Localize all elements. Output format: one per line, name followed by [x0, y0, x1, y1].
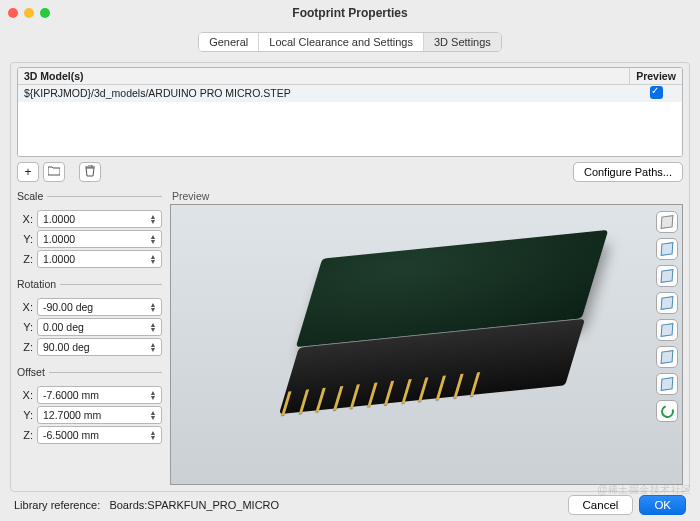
model-table: 3D Model(s) Preview ${KIPRJMOD}/3d_model…: [17, 67, 683, 157]
add-model-button[interactable]: +: [17, 162, 39, 182]
rotation-group: Rotation X: -90.00 deg ▲▼ Y: 0.00 deg ▲▼: [17, 278, 162, 360]
cube-icon: [661, 215, 674, 229]
offset-z-input[interactable]: -6.5000 mm ▲▼: [37, 426, 162, 444]
library-reference-label: Library reference:: [14, 499, 100, 511]
window-title: Footprint Properties: [0, 6, 700, 20]
model-path-cell[interactable]: ${KIPRJMOD}/3d_models/ARDUINO PRO MICRO.…: [18, 85, 630, 102]
stepper-icon[interactable]: ▲▼: [148, 430, 158, 440]
rotation-legend: Rotation: [17, 278, 60, 290]
content-frame: 3D Model(s) Preview ${KIPRJMOD}/3d_model…: [10, 62, 690, 492]
view-buttons: [656, 211, 678, 422]
watermark: @稀土掘金技术社区: [597, 483, 692, 497]
delete-model-button[interactable]: [79, 162, 101, 182]
tab-general[interactable]: General: [199, 33, 259, 51]
scale-x-label: X:: [17, 213, 37, 225]
folder-icon: [48, 165, 60, 179]
stepper-icon[interactable]: ▲▼: [148, 234, 158, 244]
scale-y-label: Y:: [17, 233, 37, 245]
scale-x-input[interactable]: 1.0000 ▲▼: [37, 210, 162, 228]
view-top-button[interactable]: [656, 346, 678, 368]
offset-group: Offset X: -7.6000 mm ▲▼ Y: 12.7000 mm ▲▼: [17, 366, 162, 448]
parameters-column: Scale X: 1.0000 ▲▼ Y: 1.0000 ▲▼ Z: [17, 190, 162, 485]
cube-icon: [661, 269, 674, 283]
browse-folder-button[interactable]: [43, 162, 65, 182]
offset-x-input[interactable]: -7.6000 mm ▲▼: [37, 386, 162, 404]
configure-paths-button[interactable]: Configure Paths...: [573, 162, 683, 182]
window-titlebar: Footprint Properties: [0, 0, 700, 26]
library-reference-value: Boards:SPARKFUN_PRO_MICRO: [109, 499, 279, 511]
stepper-icon[interactable]: ▲▼: [148, 342, 158, 352]
cube-icon: [661, 323, 674, 337]
scale-legend: Scale: [17, 190, 47, 202]
rotation-z-label: Z:: [17, 341, 37, 353]
reload-icon: [658, 402, 675, 419]
stepper-icon[interactable]: ▲▼: [148, 254, 158, 264]
trash-icon: [85, 165, 95, 180]
lower-area: Scale X: 1.0000 ▲▼ Y: 1.0000 ▲▼ Z: [17, 190, 683, 485]
dialog-footer: Library reference: Boards:SPARKFUN_PRO_M…: [0, 495, 700, 515]
view-back-button[interactable]: [656, 265, 678, 287]
model-toolbar: + Configure Paths...: [17, 162, 683, 182]
library-reference: Library reference: Boards:SPARKFUN_PRO_M…: [14, 499, 562, 511]
rotation-y-input[interactable]: 0.00 deg ▲▼: [37, 318, 162, 336]
offset-y-label: Y:: [17, 409, 37, 421]
stepper-icon[interactable]: ▲▼: [148, 322, 158, 332]
cube-icon: [661, 377, 674, 391]
scale-z-input[interactable]: 1.0000 ▲▼: [37, 250, 162, 268]
scale-group: Scale X: 1.0000 ▲▼ Y: 1.0000 ▲▼ Z: [17, 190, 162, 272]
table-empty-area: [18, 102, 682, 156]
tabs-row: General Local Clearance and Settings 3D …: [0, 26, 700, 62]
stepper-icon[interactable]: ▲▼: [148, 410, 158, 420]
tab-group: General Local Clearance and Settings 3D …: [198, 32, 502, 52]
rotation-y-label: Y:: [17, 321, 37, 333]
cube-icon: [661, 296, 674, 310]
tab-3d-settings[interactable]: 3D Settings: [424, 33, 501, 51]
view-left-button[interactable]: [656, 292, 678, 314]
offset-z-label: Z:: [17, 429, 37, 441]
rotation-z-input[interactable]: 90.00 deg ▲▼: [37, 338, 162, 356]
col-header-preview[interactable]: Preview: [630, 68, 682, 84]
preview-viewport[interactable]: [170, 204, 683, 485]
cube-icon: [661, 350, 674, 364]
model-preview-cell[interactable]: [630, 85, 682, 102]
cube-icon: [661, 242, 674, 256]
rotation-x-label: X:: [17, 301, 37, 313]
stepper-icon[interactable]: ▲▼: [148, 302, 158, 312]
view-bottom-button[interactable]: [656, 373, 678, 395]
scale-z-label: Z:: [17, 253, 37, 265]
cancel-button[interactable]: Cancel: [568, 495, 634, 515]
view-reload-button[interactable]: [656, 400, 678, 422]
stepper-icon[interactable]: ▲▼: [148, 390, 158, 400]
ok-button[interactable]: OK: [639, 495, 686, 515]
stepper-icon[interactable]: ▲▼: [148, 214, 158, 224]
offset-y-input[interactable]: 12.7000 mm ▲▼: [37, 406, 162, 424]
tab-local-clearance[interactable]: Local Clearance and Settings: [259, 33, 424, 51]
scale-y-input[interactable]: 1.0000 ▲▼: [37, 230, 162, 248]
table-row[interactable]: ${KIPRJMOD}/3d_models/ARDUINO PRO MICRO.…: [18, 85, 682, 102]
preview-column: Preview: [170, 190, 683, 485]
rotation-x-input[interactable]: -90.00 deg ▲▼: [37, 298, 162, 316]
view-front-button[interactable]: [656, 238, 678, 260]
view-iso-button[interactable]: [656, 211, 678, 233]
view-right-button[interactable]: [656, 319, 678, 341]
offset-legend: Offset: [17, 366, 49, 378]
offset-x-label: X:: [17, 389, 37, 401]
plus-icon: +: [24, 165, 31, 179]
table-header: 3D Model(s) Preview: [18, 68, 682, 85]
preview-label: Preview: [172, 190, 683, 202]
checkbox-checked-icon[interactable]: [650, 86, 663, 99]
col-header-models[interactable]: 3D Model(s): [18, 68, 630, 84]
